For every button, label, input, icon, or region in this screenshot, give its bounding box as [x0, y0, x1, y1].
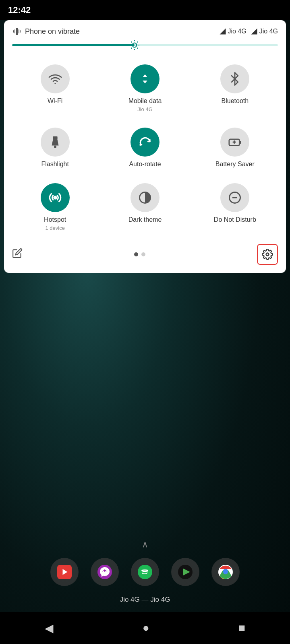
flashlight-icon — [48, 135, 62, 149]
svg-point-7 — [132, 43, 137, 47]
brightness-thumb — [129, 39, 140, 51]
svg-rect-1 — [14, 29, 15, 33]
svg-point-16 — [54, 83, 56, 84]
messenger-icon — [91, 558, 119, 586]
tile-do-not-disturb[interactable]: Do Not Disturb — [192, 177, 278, 236]
recents-button[interactable]: ■ — [238, 621, 245, 634]
tile-hotspot[interactable]: Hotspot 1 device — [12, 177, 98, 236]
tile-dark-theme[interactable]: Dark theme — [102, 177, 188, 236]
hotspot-sublabel: 1 device — [45, 225, 64, 231]
network-label: Jio 4G — Jio 4G — [120, 596, 170, 604]
settings-icon — [262, 249, 273, 260]
signal-indicators: Jio 4G Jio 4G — [219, 28, 278, 35]
qs-bottom-bar — [4, 240, 286, 265]
mobile-data-label: Mobile data — [128, 97, 162, 105]
signal-2: Jio 4G — [251, 28, 278, 35]
mobile-data-sublabel: Jio 4G — [137, 106, 153, 112]
hotspot-icon-circle — [41, 183, 70, 212]
tile-bluetooth[interactable]: Bluetooth — [192, 58, 278, 117]
home-button[interactable]: ● — [143, 621, 149, 634]
tile-battery-saver[interactable]: Battery Saver — [192, 121, 278, 173]
vibrate-icon — [12, 27, 22, 36]
mobile-data-icon — [138, 72, 152, 86]
svg-rect-18 — [54, 146, 56, 148]
svg-rect-4 — [20, 30, 21, 33]
tiles-grid: Wi-Fi Mobile data Jio 4G Bluetooth — [4, 54, 286, 240]
flashlight-label: Flashlight — [41, 161, 68, 168]
svg-line-14 — [131, 48, 132, 49]
mobile-data-icon-circle — [130, 64, 160, 93]
flashlight-icon-circle — [41, 128, 70, 157]
bluetooth-icon — [228, 72, 242, 86]
wifi-icon-circle — [41, 64, 70, 93]
dark-theme-icon-circle — [130, 183, 160, 212]
nav-bar: ◀ ● ■ — [0, 612, 290, 644]
youtube-icon — [50, 558, 79, 586]
chrome-icon — [211, 558, 240, 586]
brightness-track — [12, 44, 278, 46]
bluetooth-icon-circle — [220, 64, 249, 93]
bluetooth-label: Bluetooth — [222, 97, 249, 105]
signal-1-label: Jio 4G — [228, 28, 246, 35]
page-dot-1 — [134, 252, 138, 256]
status-bar: 12:42 — [0, 0, 290, 20]
edit-button[interactable] — [12, 248, 23, 261]
signal-1: Jio 4G — [219, 28, 246, 35]
qs-panel: Phone on vibrate Jio 4G Jio 4G — [4, 20, 286, 273]
signal-2-label: Jio 4G — [259, 28, 278, 35]
svg-point-27 — [266, 253, 269, 256]
battery-saver-label: Battery Saver — [215, 161, 255, 168]
page-dots — [134, 252, 145, 256]
status-time: 12:42 — [8, 5, 31, 15]
svg-rect-2 — [19, 29, 19, 33]
svg-rect-0 — [16, 28, 18, 35]
dock-app-play[interactable] — [171, 558, 199, 586]
auto-rotate-icon-circle — [130, 128, 160, 157]
brightness-slider[interactable] — [4, 40, 286, 54]
dnd-icon — [228, 190, 242, 205]
tile-wifi[interactable]: Wi-Fi — [12, 58, 98, 117]
auto-rotate-label: Auto-rotate — [129, 161, 161, 168]
dnd-label: Do Not Disturb — [214, 216, 256, 223]
vibrate-label: Phone on vibrate — [25, 27, 80, 36]
dock-app-chrome[interactable] — [211, 558, 240, 586]
tile-auto-rotate[interactable]: Auto-rotate — [102, 121, 188, 173]
brightness-icon — [129, 40, 140, 50]
swipe-hint: ∧ — [142, 539, 148, 550]
hotspot-label: Hotspot — [44, 216, 66, 223]
tile-flashlight[interactable]: Flashlight — [12, 121, 98, 173]
svg-rect-17 — [53, 136, 57, 140]
svg-line-15 — [137, 42, 138, 43]
svg-line-11 — [137, 48, 138, 49]
svg-marker-6 — [251, 29, 257, 35]
hotspot-icon — [48, 190, 62, 205]
battery-saver-icon — [228, 135, 242, 149]
tile-mobile-data[interactable]: Mobile data Jio 4G — [102, 58, 188, 117]
wifi-label: Wi-Fi — [48, 97, 62, 105]
svg-marker-5 — [220, 29, 226, 35]
svg-line-10 — [131, 42, 132, 43]
auto-rotate-icon — [138, 135, 152, 149]
settings-button[interactable] — [257, 244, 278, 265]
dark-theme-icon — [138, 190, 152, 205]
page-dot-2 — [141, 252, 145, 256]
dock-app-youtube[interactable] — [50, 558, 79, 586]
spotify-icon — [131, 558, 159, 586]
svg-point-36 — [223, 570, 228, 574]
dock-app-spotify[interactable] — [131, 558, 159, 586]
wifi-icon — [48, 72, 62, 86]
back-button[interactable]: ◀ — [45, 621, 54, 635]
edit-icon — [12, 248, 23, 258]
vibrate-status: Phone on vibrate — [12, 27, 80, 36]
signal-1-icon — [219, 28, 226, 35]
signal-2-icon — [251, 28, 258, 35]
qs-top-bar: Phone on vibrate Jio 4G Jio 4G — [4, 20, 286, 40]
play-icon — [171, 558, 199, 586]
brightness-fill — [12, 44, 135, 46]
dark-theme-label: Dark theme — [128, 216, 162, 223]
dock-icons — [50, 558, 240, 586]
svg-point-23 — [54, 196, 56, 199]
dock-area: ∧ — [0, 539, 290, 604]
dock-app-messenger[interactable] — [91, 558, 119, 586]
battery-saver-icon-circle — [220, 128, 249, 157]
